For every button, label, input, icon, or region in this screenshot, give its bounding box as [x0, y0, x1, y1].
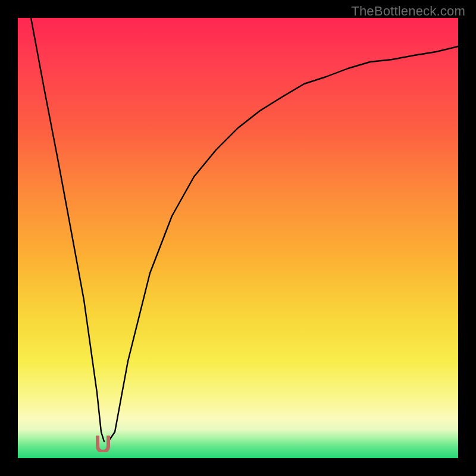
watermark-text: TheBottleneck.com	[351, 4, 465, 19]
plot-area	[18, 18, 458, 458]
optimal-marker	[96, 436, 110, 452]
bottleneck-curve	[18, 18, 458, 458]
chart-frame: TheBottleneck.com	[0, 0, 476, 476]
